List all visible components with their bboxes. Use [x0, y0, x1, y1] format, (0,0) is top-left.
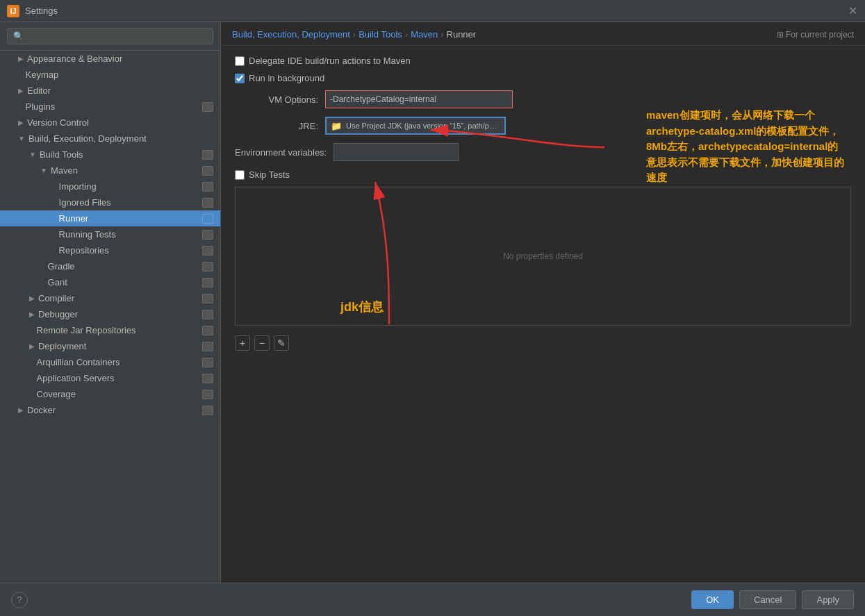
- skip-tests-row: Skip Tests: [235, 169, 851, 180]
- sidebar-item-plugins[interactable]: Plugins: [0, 99, 220, 115]
- no-props-text: No properties defined: [503, 251, 583, 261]
- page-icon: [202, 166, 213, 176]
- arrow-icon: [18, 103, 22, 110]
- sidebar-item-label: Version Control: [27, 117, 89, 128]
- remove-property-button[interactable]: −: [254, 335, 270, 351]
- sidebar-item-arquillian[interactable]: Arquillian Containers: [0, 354, 220, 370]
- sidebar: ▶ Appearance & Behavior Keymap ▶ Editor …: [0, 22, 221, 583]
- breadcrumb: Build, Execution, Deployment › Build Too…: [221, 22, 865, 46]
- sidebar-item-label: Remote Jar Repositories: [37, 325, 136, 335]
- sidebar-item-debugger[interactable]: ▶ Debugger: [0, 306, 220, 322]
- sidebar-item-label: Maven: [51, 165, 78, 176]
- arrow-icon: ▶: [18, 406, 24, 414]
- sidebar-item-gant[interactable]: Gant: [0, 274, 220, 290]
- sidebar-item-label: Gradle: [48, 261, 75, 272]
- close-button[interactable]: ✕: [847, 6, 858, 17]
- breadcrumb-build[interactable]: Build, Execution, Deployment: [232, 29, 350, 40]
- page-icon: [202, 214, 213, 224]
- sidebar-item-label: Coverage: [37, 389, 76, 399]
- sidebar-item-maven[interactable]: ▼ Maven: [0, 163, 220, 178]
- sidebar-item-label: Importing: [59, 181, 97, 192]
- sidebar-item-appearance[interactable]: ▶ Appearance & Behavior: [0, 51, 220, 67]
- arrow-icon: ▼: [29, 151, 36, 158]
- folder-icon: 📁: [331, 121, 342, 131]
- page-icon: [202, 358, 213, 367]
- page-icon: [202, 406, 213, 415]
- vm-options-input[interactable]: [325, 90, 513, 108]
- sidebar-item-editor[interactable]: ▶ Editor: [0, 83, 220, 99]
- jre-dropdown[interactable]: 📁 Use Project JDK (java version "15", pa…: [325, 117, 506, 135]
- arrow-icon: [51, 199, 56, 206]
- sidebar-item-label: Ignored Files: [59, 197, 111, 208]
- sidebar-item-runner[interactable]: Runner: [0, 210, 220, 226]
- arrow-icon: ▶: [18, 55, 24, 63]
- arrow-icon: [29, 390, 33, 398]
- sidebar-item-compiler[interactable]: ▶ Compiler: [0, 290, 220, 306]
- sidebar-item-version-control[interactable]: ▶ Version Control: [0, 115, 220, 131]
- properties-toolbar: + − ✎: [235, 333, 851, 353]
- sidebar-item-label: Arquillian Containers: [37, 357, 120, 367]
- delegate-checkbox-row: Delegate IDE build/run actions to Maven: [235, 56, 851, 66]
- delegate-checkbox[interactable]: [235, 56, 245, 66]
- main-layout: ▶ Appearance & Behavior Keymap ▶ Editor …: [0, 22, 865, 583]
- sidebar-item-label: Plugins: [26, 101, 56, 112]
- sidebar-item-app-servers[interactable]: Application Servers: [0, 370, 220, 386]
- sidebar-item-label: Editor: [27, 85, 51, 96]
- breadcrumb-maven[interactable]: Maven: [411, 29, 438, 40]
- sidebar-item-ignored-files[interactable]: Ignored Files: [0, 194, 220, 210]
- settings-form: Delegate IDE build/run actions to Maven …: [221, 46, 865, 583]
- sidebar-item-docker[interactable]: ▶ Docker: [0, 402, 220, 418]
- sidebar-item-label: Docker: [27, 405, 56, 415]
- sidebar-item-label: Build Tools: [40, 149, 83, 160]
- app-icon: IJ: [7, 5, 19, 17]
- sidebar-item-repositories[interactable]: Repositories: [0, 242, 220, 258]
- sidebar-item-running-tests[interactable]: Running Tests: [0, 226, 220, 242]
- breadcrumb-build-tools[interactable]: Build Tools: [359, 29, 402, 40]
- sidebar-item-label: Appearance & Behavior: [27, 53, 122, 64]
- page-icon: [202, 246, 213, 256]
- arrow-icon: [51, 231, 56, 238]
- sidebar-item-deployment[interactable]: ▶ Deployment: [0, 338, 220, 354]
- content-area: Build, Execution, Deployment › Build Too…: [221, 22, 865, 583]
- sidebar-item-label: Application Servers: [37, 373, 115, 383]
- arrow-icon: ▶: [18, 119, 24, 126]
- page-icon: [202, 390, 213, 399]
- page-icon: [202, 230, 213, 240]
- sidebar-item-keymap[interactable]: Keymap: [0, 67, 220, 83]
- sidebar-item-label: Debugger: [38, 309, 78, 319]
- arrow-icon: [29, 374, 33, 382]
- page-icon: [202, 342, 213, 351]
- page-icon: [202, 310, 213, 319]
- arrow-icon: [51, 183, 56, 190]
- env-row: Environment variables:: [235, 143, 851, 161]
- help-button[interactable]: ?: [11, 592, 28, 608]
- sidebar-item-label: Build, Execution, Deployment: [28, 133, 147, 144]
- sidebar-item-coverage[interactable]: Coverage: [0, 386, 220, 402]
- background-checkbox[interactable]: [235, 74, 245, 83]
- search-input[interactable]: [7, 28, 213, 44]
- properties-area: No properties defined: [235, 187, 851, 326]
- background-label: Run in background: [249, 73, 324, 83]
- sidebar-item-label: Compiler: [38, 293, 74, 303]
- sidebar-item-remote-jar[interactable]: Remote Jar Repositories: [0, 322, 220, 338]
- cancel-button[interactable]: Cancel: [739, 590, 796, 609]
- sidebar-item-gradle[interactable]: Gradle: [0, 258, 220, 274]
- page-icon: [202, 262, 213, 272]
- search-box: [0, 22, 220, 51]
- sidebar-item-build-tools[interactable]: ▼ Build Tools: [0, 147, 220, 163]
- breadcrumb-runner: Runner: [447, 29, 477, 40]
- page-icon: [202, 294, 213, 303]
- arrow-icon: ▶: [29, 310, 35, 318]
- sidebar-item-importing[interactable]: Importing: [0, 178, 220, 194]
- arrow-icon: [40, 263, 44, 270]
- ok-button[interactable]: OK: [691, 590, 734, 609]
- sidebar-item-label: Running Tests: [59, 229, 116, 240]
- sidebar-item-build-exec-deploy[interactable]: ▼ Build, Execution, Deployment: [0, 131, 220, 147]
- env-input[interactable]: [333, 143, 459, 161]
- apply-button[interactable]: Apply: [802, 590, 854, 609]
- edit-property-button[interactable]: ✎: [274, 335, 289, 351]
- skip-tests-checkbox[interactable]: [235, 170, 245, 180]
- sidebar-item-label: Gant: [48, 277, 67, 288]
- add-property-button[interactable]: +: [235, 335, 250, 351]
- project-label: ⊞ For current project: [777, 30, 854, 40]
